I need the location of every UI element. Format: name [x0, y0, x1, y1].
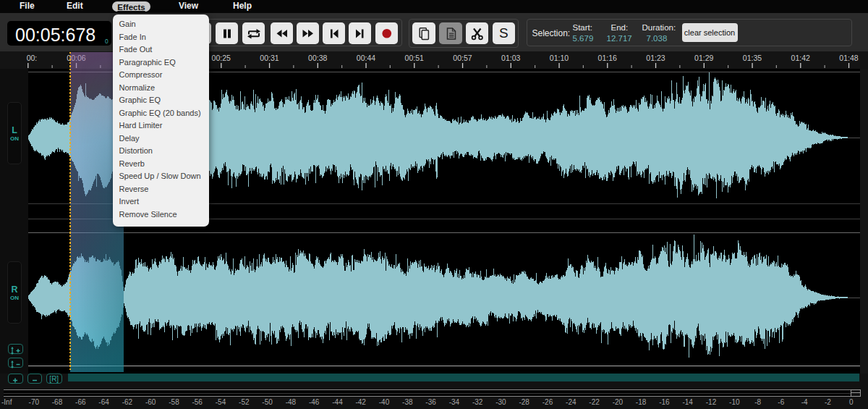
- svg-text:00:57: 00:57: [453, 54, 472, 62]
- svg-text:01:23: 01:23: [646, 54, 665, 62]
- svg-text:00:51: 00:51: [405, 54, 424, 62]
- svg-text:00:: 00:: [27, 54, 38, 62]
- svg-text:01:48: 01:48: [839, 54, 858, 62]
- svg-text:01:35: 01:35: [743, 54, 762, 62]
- svg-text:01:29: 01:29: [694, 54, 713, 62]
- svg-text:00:38: 00:38: [308, 54, 327, 62]
- svg-text:00:44: 00:44: [357, 54, 375, 62]
- svg-text:01:03: 01:03: [501, 54, 520, 62]
- svg-text:01:16: 01:16: [598, 54, 617, 62]
- svg-text:01:42: 01:42: [791, 54, 810, 62]
- svg-text:01:10: 01:10: [550, 54, 569, 62]
- svg-text:00:25: 00:25: [212, 54, 231, 62]
- svg-text:00:31: 00:31: [260, 54, 278, 62]
